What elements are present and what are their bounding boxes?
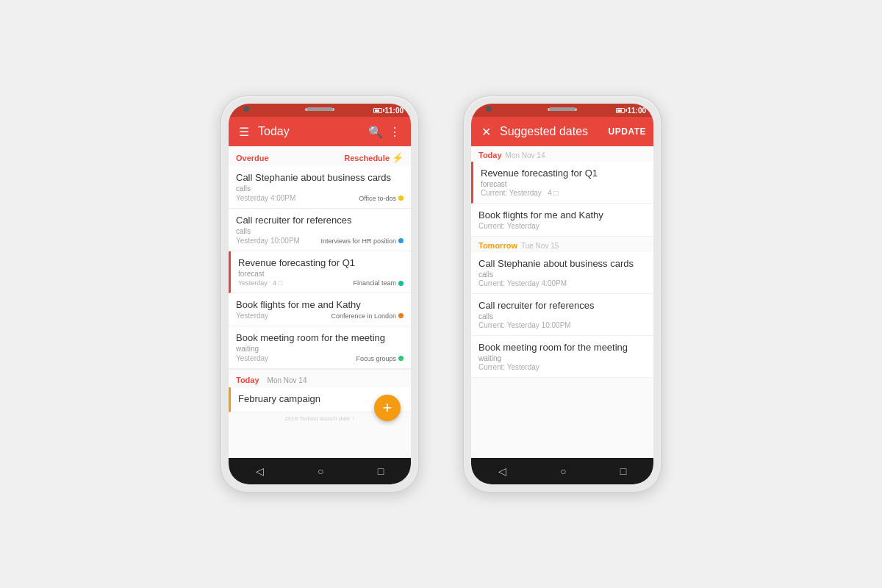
recents-nav-icon[interactable]: □ bbox=[620, 465, 626, 477]
suggest-current: Current: Yesterday bbox=[478, 363, 646, 371]
suggest-sub: waiting bbox=[478, 354, 646, 362]
hamburger-icon[interactable]: ☰ bbox=[236, 123, 252, 140]
task-title: Book flights for me and Kathy bbox=[236, 299, 404, 310]
task-title: Book meeting room for the meeting bbox=[236, 332, 404, 343]
task-sub: calls bbox=[236, 227, 404, 235]
phone1-screen: 11:00 ☰ Today 🔍 ⋮ Overdue Reschedule ⚡ bbox=[229, 104, 411, 484]
task-tag: Focus groups bbox=[356, 355, 404, 362]
phone1-bottom-nav: ◁ ○ □ bbox=[229, 458, 411, 484]
phone1-speaker bbox=[306, 107, 333, 111]
task-title: Call recruiter for references bbox=[236, 215, 404, 226]
back-nav-icon[interactable]: ◁ bbox=[256, 465, 264, 477]
dot-icon bbox=[398, 356, 404, 361]
close-icon[interactable]: ✕ bbox=[478, 123, 494, 140]
suggest-sub: calls bbox=[478, 270, 646, 279]
task-tag: Conference in London bbox=[331, 312, 404, 320]
task-tag: Interviews for HR position bbox=[320, 237, 404, 245]
suggest-item[interactable]: Call recruiter for references calls Curr… bbox=[471, 294, 653, 336]
phone2-content: Today Mon Nov 14 Revenue forecasting for… bbox=[471, 146, 653, 458]
phone1-camera bbox=[243, 106, 249, 112]
phone2-camera bbox=[486, 106, 492, 112]
task-sub: waiting bbox=[236, 345, 404, 353]
task-title: Revenue forecasting for Q1 bbox=[238, 257, 404, 268]
task-sub: forecast bbox=[238, 270, 404, 278]
suggest-title: Book flights for me and Kathy bbox=[478, 209, 646, 220]
phone2-app-bar: ✕ Suggested dates UPDATE bbox=[471, 117, 653, 146]
suggest-item[interactable]: Book flights for me and Kathy Current: Y… bbox=[471, 204, 653, 237]
add-task-fab[interactable]: + bbox=[374, 395, 401, 421]
phone2-bottom-nav: ◁ ○ □ bbox=[471, 458, 653, 484]
suggest-title: Revenue forecasting for Q1 bbox=[481, 168, 646, 179]
task-title: Call Stephanie about business cards bbox=[236, 172, 404, 183]
task-item[interactable]: Revenue forecasting for Q1 forecast Yest… bbox=[229, 251, 411, 293]
task-meta: Yesterday 4:00PM Office to-dos bbox=[236, 194, 404, 202]
phone1-content: Overdue Reschedule ⚡ Call Stephanie abou… bbox=[229, 146, 411, 458]
phone2-time: 11:00 bbox=[627, 107, 646, 115]
phone2-screen: 11:00 ✕ Suggested dates UPDATE Today Mon… bbox=[471, 104, 653, 484]
task-tag: Office to-dos bbox=[359, 195, 404, 202]
home-nav-icon[interactable]: ○ bbox=[318, 465, 323, 477]
suggest-sub: forecast bbox=[481, 180, 646, 188]
dot-icon bbox=[398, 196, 404, 201]
overdue-header: Overdue Reschedule ⚡ bbox=[229, 146, 411, 166]
recents-nav-icon[interactable]: □ bbox=[378, 465, 384, 477]
day-header-today: Today Mon Nov 14 bbox=[471, 146, 653, 162]
dot-icon bbox=[398, 238, 404, 243]
task-item[interactable]: Book meeting room for the meeting waitin… bbox=[229, 326, 411, 369]
day-label-today: Today bbox=[478, 151, 502, 159]
phone2-speaker bbox=[549, 107, 576, 111]
day-header-tomorrow: Tomorrow Tue Nov 15 bbox=[471, 237, 653, 252]
task-sub: calls bbox=[236, 184, 404, 193]
suggest-title: Book meeting room for the meeting bbox=[478, 342, 646, 353]
day-date-tomorrow: Tue Nov 15 bbox=[521, 242, 559, 250]
suggest-current: Current: Yesterday 10:00PM bbox=[478, 321, 646, 329]
task-time: Yesterday bbox=[236, 312, 268, 320]
task-time: Yesterday 4 □ bbox=[238, 279, 282, 287]
suggest-current: Current: Yesterday bbox=[478, 222, 646, 230]
day-label-tomorrow: Tomorrow bbox=[478, 241, 517, 250]
phone-2: 11:00 ✕ Suggested dates UPDATE Today Mon… bbox=[463, 96, 662, 492]
dot-icon bbox=[398, 313, 404, 318]
suggest-title: Call recruiter for references bbox=[478, 300, 646, 311]
today-section: Today Mon Nov 14 bbox=[229, 369, 411, 387]
task-item[interactable]: Book flights for me and Kathy Yesterday … bbox=[229, 293, 411, 326]
suggest-sub: calls bbox=[478, 312, 646, 320]
dot-icon bbox=[398, 281, 404, 286]
task-time: Yesterday bbox=[236, 354, 268, 362]
suggest-item[interactable]: Book meeting room for the meeting waitin… bbox=[471, 336, 653, 378]
task-item[interactable]: Call Stephanie about business cards call… bbox=[229, 166, 411, 209]
task-meta: Yesterday Focus groups bbox=[236, 354, 404, 362]
overdue-label: Overdue bbox=[236, 154, 269, 162]
phone1-battery-icon bbox=[373, 108, 382, 113]
phone-1: 11:00 ☰ Today 🔍 ⋮ Overdue Reschedule ⚡ bbox=[220, 96, 419, 492]
phone1-app-bar: ☰ Today 🔍 ⋮ bbox=[229, 117, 411, 146]
task-time: Yesterday 4:00PM bbox=[236, 194, 295, 202]
suggest-current: Current: Yesterday 4:00PM bbox=[478, 279, 646, 287]
lightning-icon: ⚡ bbox=[392, 152, 404, 163]
phone1-app-title: Today bbox=[258, 125, 365, 138]
suggest-item[interactable]: Call Stephanie about business cards call… bbox=[471, 252, 653, 294]
task-meta: Yesterday 10:00PM Interviews for HR posi… bbox=[236, 237, 404, 245]
phone1-search-icon[interactable]: 🔍 bbox=[365, 123, 386, 140]
suggest-item[interactable]: Revenue forecasting for Q1 forecast Curr… bbox=[471, 162, 653, 204]
suggest-title: Call Stephanie about business cards bbox=[478, 258, 646, 269]
task-time: Yesterday 10:00PM bbox=[236, 237, 300, 245]
task-tag: Financial team bbox=[353, 279, 404, 287]
task-meta: Yesterday 4 □ Financial team bbox=[238, 279, 404, 287]
phone1-time: 11:00 bbox=[384, 107, 404, 115]
phone2-battery-icon bbox=[616, 108, 625, 113]
update-button[interactable]: UPDATE bbox=[609, 126, 646, 137]
home-nav-icon[interactable]: ○ bbox=[560, 465, 566, 477]
today-date: Mon Nov 14 bbox=[268, 376, 307, 384]
back-nav-icon[interactable]: ◁ bbox=[498, 465, 506, 477]
phones-container: 11:00 ☰ Today 🔍 ⋮ Overdue Reschedule ⚡ bbox=[220, 96, 662, 492]
day-date-today: Mon Nov 14 bbox=[506, 151, 545, 159]
phone2-app-title: Suggested dates bbox=[500, 125, 609, 138]
task-item[interactable]: Call recruiter for references calls Yest… bbox=[229, 209, 411, 251]
suggest-current: Current: Yesterday 4 □ bbox=[481, 189, 646, 197]
phone1-more-icon[interactable]: ⋮ bbox=[386, 123, 404, 140]
reschedule-button[interactable]: Reschedule ⚡ bbox=[344, 152, 404, 163]
today-label: Today bbox=[236, 376, 259, 384]
task-meta: Yesterday Conference in London bbox=[236, 312, 404, 320]
